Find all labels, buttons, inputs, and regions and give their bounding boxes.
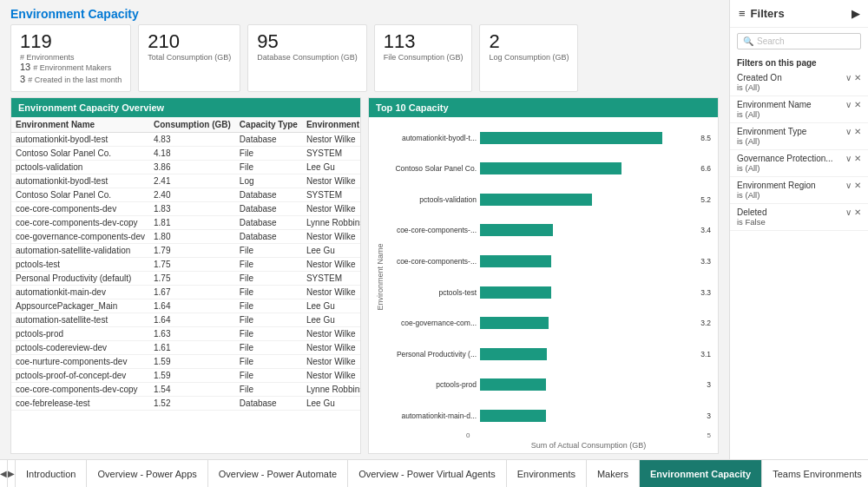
- table-cell-0: coe-febrelease-test: [11, 396, 149, 410]
- table-cell-0: automationkit-byodl-test: [11, 174, 149, 188]
- filter-item-header: Deleted∨✕: [737, 207, 861, 217]
- chevron-down-icon[interactable]: ∨: [845, 73, 852, 82]
- filter-item-sub: is False: [737, 217, 861, 227]
- chart-x-axis: 0 5: [376, 431, 711, 439]
- table-panel-header: Environment Capacity Overview: [11, 98, 360, 117]
- table-cell-1: 1.63: [149, 326, 235, 340]
- tabs-container: IntroductionOverview - Power AppsOvervie…: [16, 460, 868, 487]
- filter-expand-icon[interactable]: ▶: [852, 8, 859, 20]
- kpi-label-2: Database Consumption (GB): [257, 53, 358, 62]
- tab-overview-power-virtual-agents[interactable]: Overview - Power Virtual Agents: [348, 460, 507, 487]
- search-placeholder: Search: [757, 36, 785, 46]
- kpi-card-1: 210Total Consumption (GB): [138, 24, 240, 92]
- table-cell-3: Nestor Wilke: [302, 368, 360, 382]
- kpi-sub-val: 3: [20, 74, 28, 84]
- table-row: coe-core-components-dev-copy1.54FileLynn…: [11, 382, 360, 396]
- kpi-label-0: # Environments: [20, 53, 122, 62]
- table-cell-1: 1.59: [149, 354, 235, 368]
- bar-outer: [480, 286, 694, 299]
- filter-item[interactable]: Created On∨✕is (All): [730, 69, 868, 96]
- filter-item-icons: ∨✕: [845, 181, 861, 190]
- bar-value-label: 3: [707, 380, 711, 389]
- filter-item-header: Governance Protection...∨✕: [737, 154, 861, 163]
- table-row: AppsourcePackager_Main1.64FileLee Gu🔗: [11, 299, 360, 313]
- tab-introduction[interactable]: Introduction: [16, 460, 87, 487]
- clear-filter-icon[interactable]: ✕: [854, 127, 861, 136]
- table-cell-3: Lee Gu: [302, 243, 360, 257]
- tab-environments[interactable]: Environments: [507, 460, 587, 487]
- filter-item-label: Created On: [737, 73, 782, 82]
- bar-outer: [480, 162, 694, 174]
- filter-item[interactable]: Environment Type∨✕is (All): [730, 123, 868, 150]
- table-row: pctools-test1.75FileNestor Wilke🔗: [11, 257, 360, 271]
- tab-teams-environments[interactable]: Teams Environments: [762, 460, 868, 487]
- table-cell-0: pctools-codereview-dev: [11, 340, 149, 354]
- tab-prev-button[interactable]: ◀: [0, 460, 8, 487]
- chevron-down-icon[interactable]: ∨: [845, 207, 852, 217]
- table-cell-0: Personal Productivity (default): [11, 271, 149, 285]
- tab-next-button[interactable]: ▶: [8, 460, 16, 487]
- bar-name-label: coe-core-components-...: [390, 226, 477, 234]
- table-cell-1: 1.52: [149, 396, 235, 410]
- kpi-label-4: Log Consumption (GB): [489, 53, 569, 62]
- filter-item-icons: ∨✕: [845, 127, 861, 136]
- filter-item-sub: is (All): [737, 82, 861, 92]
- table-row: Personal Productivity (default)1.75FileS…: [11, 271, 360, 285]
- table-cell-3: Lee Gu: [302, 313, 360, 326]
- chevron-down-icon[interactable]: ∨: [845, 181, 852, 190]
- tab-makers[interactable]: Makers: [587, 460, 640, 487]
- table-row: automationkit-byodl-test2.41LogNestor Wi…: [11, 174, 360, 188]
- kpi-card-3: 113File Consumption (GB): [374, 24, 473, 92]
- tab-environment-capacity[interactable]: Environment Capacity: [640, 460, 762, 487]
- table-column-header: Environment Maker: [302, 117, 360, 133]
- clear-filter-icon[interactable]: ✕: [854, 154, 861, 163]
- table-row: automationkit-main-dev1.67FileNestor Wil…: [11, 285, 360, 299]
- filter-item-label: Governance Protection...: [737, 154, 833, 163]
- clear-filter-icon[interactable]: ✕: [854, 181, 861, 190]
- chevron-down-icon[interactable]: ∨: [845, 127, 852, 136]
- filter-item[interactable]: Environment Region∨✕is (All): [730, 177, 868, 204]
- filter-item-label: Deleted: [737, 207, 766, 217]
- bar-value-label: 3.2: [700, 319, 711, 327]
- kpi-sub-text: # Created in the last month: [28, 76, 122, 84]
- table-cell-1: 1.64: [149, 313, 235, 326]
- tab-overview-power-automate[interactable]: Overview - Power Automate: [208, 460, 348, 487]
- filter-icon: ≡: [739, 7, 746, 20]
- filter-search-box[interactable]: 🔍 Search: [737, 33, 861, 49]
- filter-item[interactable]: Deleted∨✕is False: [730, 204, 868, 231]
- table-cell-2: File: [235, 285, 302, 299]
- table-column-header: Environment Name: [11, 117, 149, 133]
- table-cell-3: Lee Gu: [302, 396, 360, 410]
- table-cell-3: Lynne Robbins: [302, 382, 360, 396]
- filter-header: ≡ Filters ▶: [730, 0, 868, 28]
- chevron-down-icon[interactable]: ∨: [845, 154, 852, 163]
- filter-item[interactable]: Environment Name∨✕is (All): [730, 96, 868, 123]
- table-row: pctools-prod1.63FileNestor Wilke🔗: [11, 326, 360, 340]
- table-row: coe-nurture-components-dev1.59FileNestor…: [11, 354, 360, 368]
- table-cell-3: Nestor Wilke: [302, 132, 360, 146]
- tab-overview-power-apps[interactable]: Overview - Power Apps: [87, 460, 207, 487]
- clear-filter-icon[interactable]: ✕: [854, 100, 861, 109]
- table-cell-3: SYSTEM: [302, 271, 360, 285]
- table-cell-0: automationkit-main-dev: [11, 285, 149, 299]
- table-cell-3: Nestor Wilke: [302, 326, 360, 340]
- table-panel: Environment Capacity Overview Environmen…: [10, 97, 361, 454]
- filter-item-icons: ∨✕: [845, 207, 861, 217]
- bar-value-label: 3.1: [700, 350, 711, 359]
- chevron-down-icon[interactable]: ∨: [845, 100, 852, 109]
- table-row: automationkit-byodl-test4.83DatabaseNest…: [11, 132, 360, 146]
- filter-item-label: Environment Region: [737, 181, 816, 190]
- clear-filter-icon[interactable]: ✕: [854, 207, 861, 217]
- table-cell-2: File: [235, 271, 302, 285]
- kpi-card-4: 2Log Consumption (GB): [479, 24, 578, 92]
- table-wrap[interactable]: Environment NameConsumption (GB)Capacity…: [11, 117, 360, 453]
- bar-fill: [480, 286, 551, 299]
- clear-filter-icon[interactable]: ✕: [854, 73, 861, 82]
- filter-item[interactable]: Governance Protection...∨✕is (All): [730, 150, 868, 177]
- table-row: pctools-proof-of-concept-dev1.59FileNest…: [11, 368, 360, 382]
- table-cell-1: 1.64: [149, 299, 235, 313]
- main-content-area: Environment Capacity 119# Environments13…: [0, 0, 729, 459]
- bar-outer: [480, 378, 700, 391]
- table-row: coe-febrelease-test1.52DatabaseLee Gu🔗: [11, 396, 360, 410]
- bar-row: pctools-prod3: [390, 378, 711, 391]
